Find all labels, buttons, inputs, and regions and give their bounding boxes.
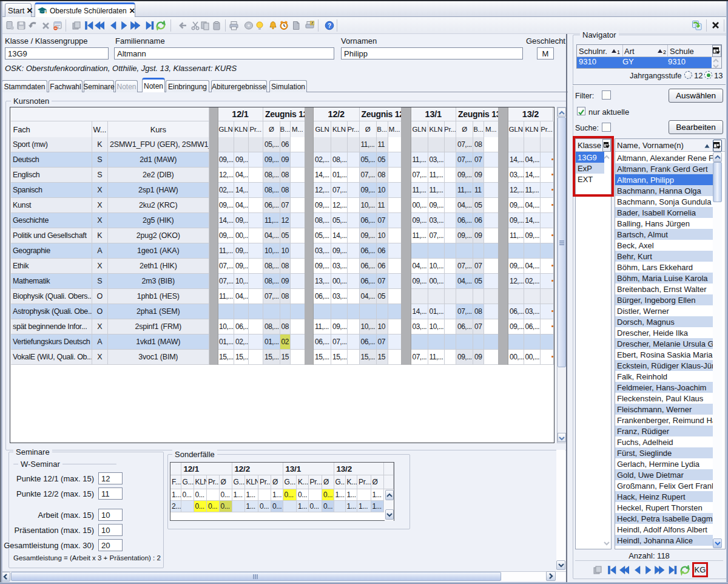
svg-text:Z: Z [311,21,313,25]
svg-text:2: 2 [663,49,666,55]
svg-text:1: 1 [617,49,620,55]
svg-text:?: ? [328,22,331,29]
